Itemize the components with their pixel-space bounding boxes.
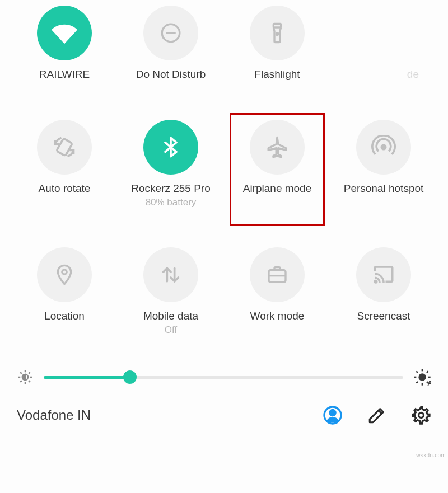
svg-point-36	[330, 410, 335, 415]
svg-point-10	[62, 270, 67, 274]
carrier-label: Vodafone IN	[17, 407, 91, 423]
hotspot-icon	[356, 120, 411, 175]
wifi-label: RAILWIRE	[39, 68, 90, 81]
location-icon	[37, 247, 92, 302]
location-label: Location	[44, 310, 85, 322]
wifi-icon	[37, 6, 92, 60]
dnd-icon	[143, 6, 198, 60]
wifi-tile[interactable]: RAILWIRE	[11, 6, 118, 81]
bluetooth-label: Rockerz 255 Pro	[131, 182, 211, 195]
svg-point-38	[419, 413, 424, 418]
svg-line-32	[416, 382, 418, 383]
screencast-label: Screencast	[357, 310, 410, 322]
brightness-auto-icon: A	[413, 368, 431, 386]
svg-line-30	[416, 371, 418, 373]
airplane-icon	[250, 120, 305, 175]
bottom-bar: Vodafone IN	[17, 405, 431, 425]
svg-rect-8	[57, 138, 73, 156]
dnd-tile[interactable]: Do Not Disturb	[118, 6, 224, 81]
workmode-tile[interactable]: Work mode	[224, 247, 330, 336]
slider-thumb[interactable]	[123, 370, 137, 384]
flashlight-label: Flashlight	[254, 68, 300, 81]
briefcase-icon	[250, 247, 305, 302]
brightness-slider[interactable]	[44, 376, 403, 379]
autorotate-tile[interactable]: Auto rotate	[11, 120, 118, 208]
edit-icon[interactable]	[367, 406, 386, 425]
svg-line-23	[20, 381, 22, 382]
svg-point-25	[418, 373, 426, 381]
flashlight-icon	[250, 6, 305, 60]
flashlight-tile[interactable]: Flashlight	[224, 6, 330, 81]
svg-line-33	[427, 371, 428, 373]
bluetooth-sublabel: 80% battery	[146, 197, 197, 208]
bluetooth-icon	[143, 120, 198, 175]
svg-point-15	[375, 281, 377, 283]
svg-point-3	[276, 33, 278, 35]
autorotate-label: Auto rotate	[39, 182, 91, 195]
brightness-slider-row: A	[17, 368, 431, 386]
watermark: wsxdn.com	[416, 452, 446, 458]
svg-rect-2	[273, 24, 281, 27]
mobiledata-tile[interactable]: Mobile data Off	[118, 247, 224, 336]
bluetooth-tile[interactable]: Rockerz 255 Pro 80% battery	[118, 120, 224, 208]
partial-label: de	[407, 68, 419, 81]
autorotate-icon	[37, 120, 92, 175]
svg-point-9	[381, 145, 385, 149]
powersave-tile[interactable]: de Power sa	[330, 6, 448, 81]
brightness-low-icon	[17, 369, 34, 386]
screencast-tile[interactable]: Screencast	[330, 247, 437, 336]
mobiledata-label: Mobile data	[143, 310, 198, 322]
mobiledata-sublabel: Off	[165, 325, 177, 336]
user-icon[interactable]	[323, 405, 343, 425]
svg-line-21	[20, 372, 22, 374]
svg-line-24	[29, 372, 30, 374]
hotspot-label: Personal hotspot	[344, 182, 424, 195]
dnd-label: Do Not Disturb	[136, 68, 206, 81]
quick-settings-grid: RAILWIRE Do Not Disturb Flashlight de Po…	[0, 0, 448, 336]
svg-text:A: A	[427, 379, 431, 386]
location-tile[interactable]: Location	[11, 247, 118, 336]
airplane-tile[interactable]: Airplane mode	[224, 120, 330, 208]
slider-fill	[44, 376, 130, 379]
hotspot-tile[interactable]: Personal hotspot	[330, 120, 437, 208]
airplane-label: Airplane mode	[243, 182, 312, 195]
svg-line-22	[29, 381, 30, 382]
settings-icon[interactable]	[411, 405, 431, 425]
mobiledata-icon	[143, 247, 198, 302]
workmode-label: Work mode	[250, 310, 305, 322]
cast-icon	[356, 247, 411, 302]
